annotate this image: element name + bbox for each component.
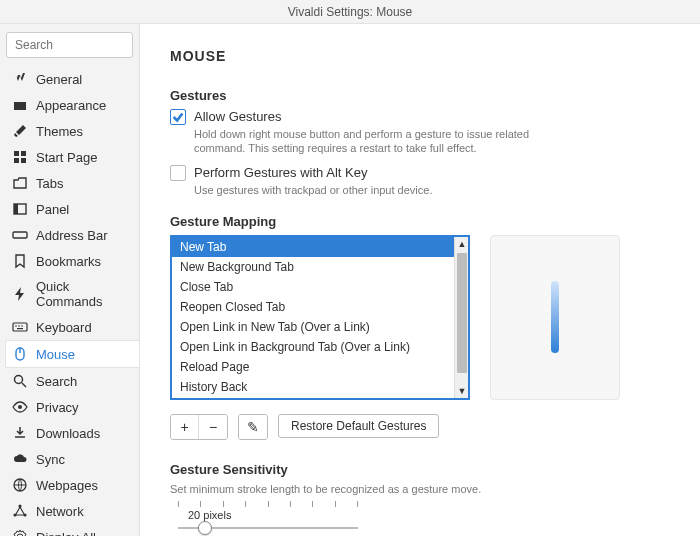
page-title: MOUSE bbox=[170, 48, 670, 64]
alt-gestures-label: Perform Gestures with Alt Key bbox=[194, 165, 432, 182]
gesture-stroke bbox=[551, 281, 559, 353]
add-gesture-button[interactable]: + bbox=[171, 415, 199, 439]
scroll-thumb[interactable] bbox=[457, 253, 467, 373]
svg-point-10 bbox=[21, 325, 23, 327]
gestures-title: Gestures bbox=[170, 88, 670, 103]
sidebar-item-search[interactable]: Search bbox=[6, 368, 133, 394]
slider-ticks bbox=[178, 501, 358, 509]
sidebar-item-downloads[interactable]: Downloads bbox=[6, 420, 133, 446]
map-item[interactable]: History Forward bbox=[172, 397, 454, 398]
sidebar-item-bookmarks[interactable]: Bookmarks bbox=[6, 248, 133, 274]
gear-icon bbox=[12, 529, 28, 536]
main-content: MOUSE Gestures Allow Gestures Hold down … bbox=[140, 24, 700, 536]
sensitivity-slider[interactable] bbox=[178, 527, 358, 529]
map-item[interactable]: Open Link in Background Tab (Over a Link… bbox=[172, 337, 454, 357]
gesture-preview bbox=[490, 235, 620, 400]
restore-default-button[interactable]: Restore Default Gestures bbox=[278, 414, 439, 438]
search-input[interactable] bbox=[6, 32, 133, 58]
sidebar-item-display-all[interactable]: Display All bbox=[6, 524, 133, 536]
window-icon bbox=[12, 97, 28, 113]
svg-point-9 bbox=[18, 325, 20, 327]
svg-rect-2 bbox=[14, 158, 19, 163]
sidebar-item-mouse[interactable]: Mouse bbox=[5, 340, 140, 368]
sidebar-item-quick-commands[interactable]: Quick Commands bbox=[6, 274, 133, 314]
sidebar-item-address-bar[interactable]: Address Bar bbox=[6, 222, 133, 248]
sidebar: General Appearance Themes Start Page Tab… bbox=[0, 24, 140, 536]
eye-icon bbox=[12, 399, 28, 415]
map-item[interactable]: New Background Tab bbox=[172, 257, 454, 277]
keyboard-icon bbox=[12, 319, 28, 335]
slider-thumb[interactable] bbox=[198, 521, 212, 535]
allow-gestures-sub: Hold down right mouse button and perform… bbox=[194, 127, 534, 156]
sensitivity-sub: Set minimum stroke length to be recogniz… bbox=[170, 483, 670, 495]
map-item[interactable]: Open Link in New Tab (Over a Link) bbox=[172, 317, 454, 337]
sidebar-item-network[interactable]: Network bbox=[6, 498, 133, 524]
allow-gestures-label: Allow Gestures bbox=[194, 109, 534, 126]
map-item[interactable]: History Back bbox=[172, 377, 454, 397]
gesture-mapping-list[interactable]: New Tab New Background Tab Close Tab Reo… bbox=[170, 235, 470, 400]
sidebar-item-keyboard[interactable]: Keyboard bbox=[6, 314, 133, 340]
vivaldi-icon bbox=[12, 71, 28, 87]
scroll-down-icon[interactable]: ▼ bbox=[455, 384, 469, 398]
search-icon bbox=[12, 373, 28, 389]
allow-gestures-checkbox[interactable] bbox=[170, 109, 186, 125]
mouse-icon bbox=[12, 346, 28, 362]
alt-gestures-sub: Use gestures with trackpad or other inpu… bbox=[194, 183, 432, 197]
svg-rect-7 bbox=[13, 323, 27, 331]
sidebar-item-appearance[interactable]: Appearance bbox=[6, 92, 133, 118]
download-icon bbox=[12, 425, 28, 441]
bookmark-icon bbox=[12, 253, 28, 269]
svg-rect-0 bbox=[14, 151, 19, 156]
svg-rect-1 bbox=[21, 151, 26, 156]
sensitivity-value: 20 pixels bbox=[188, 509, 670, 521]
brush-icon bbox=[12, 123, 28, 139]
svg-point-16 bbox=[18, 405, 22, 409]
titlebar: Vivaldi Settings: Mouse bbox=[0, 0, 700, 24]
globe-icon bbox=[12, 477, 28, 493]
window-title: Vivaldi Settings: Mouse bbox=[288, 5, 413, 19]
mapping-title: Gesture Mapping bbox=[170, 214, 670, 229]
sensitivity-title: Gesture Sensitivity bbox=[170, 462, 670, 477]
sidebar-item-privacy[interactable]: Privacy bbox=[6, 394, 133, 420]
sidebar-item-webpages[interactable]: Webpages bbox=[6, 472, 133, 498]
edit-gesture-button[interactable]: ✎ bbox=[239, 415, 267, 439]
sidebar-item-tabs[interactable]: Tabs bbox=[6, 170, 133, 196]
svg-line-15 bbox=[22, 383, 26, 387]
map-item[interactable]: New Tab bbox=[172, 237, 454, 257]
cloud-icon bbox=[12, 451, 28, 467]
tabs-icon bbox=[12, 175, 28, 191]
svg-rect-6 bbox=[13, 232, 27, 238]
svg-rect-3 bbox=[21, 158, 26, 163]
remove-gesture-button[interactable]: − bbox=[199, 415, 227, 439]
grid-icon bbox=[12, 149, 28, 165]
alt-gestures-checkbox[interactable] bbox=[170, 165, 186, 181]
scrollbar[interactable]: ▲ ▼ bbox=[454, 237, 468, 398]
sidebar-item-panel[interactable]: Panel bbox=[6, 196, 133, 222]
network-icon bbox=[12, 503, 28, 519]
map-item[interactable]: Reload Page bbox=[172, 357, 454, 377]
sidebar-item-themes[interactable]: Themes bbox=[6, 118, 133, 144]
svg-rect-5 bbox=[14, 204, 18, 214]
sidebar-item-sync[interactable]: Sync bbox=[6, 446, 133, 472]
bolt-icon bbox=[12, 286, 28, 302]
map-item[interactable]: Close Tab bbox=[172, 277, 454, 297]
mapping-edit-group: + − bbox=[170, 414, 228, 440]
sidebar-item-general[interactable]: General bbox=[6, 66, 133, 92]
svg-point-14 bbox=[15, 376, 23, 384]
map-item[interactable]: Reopen Closed Tab bbox=[172, 297, 454, 317]
address-icon bbox=[12, 227, 28, 243]
svg-point-8 bbox=[15, 325, 17, 327]
scroll-up-icon[interactable]: ▲ bbox=[455, 237, 469, 251]
sidebar-item-start-page[interactable]: Start Page bbox=[6, 144, 133, 170]
svg-rect-11 bbox=[17, 328, 23, 329]
panel-icon bbox=[12, 201, 28, 217]
